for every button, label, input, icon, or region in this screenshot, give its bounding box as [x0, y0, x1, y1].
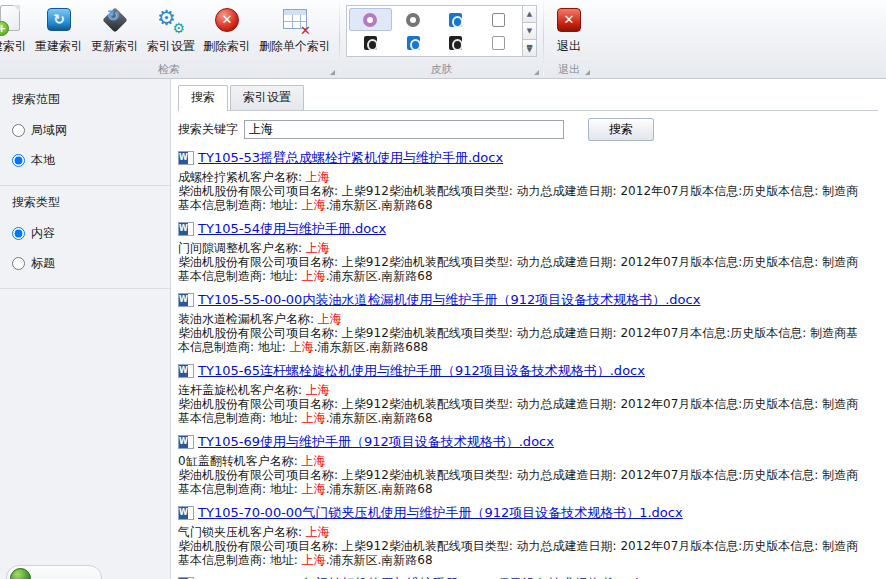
ribbon-separator	[543, 2, 544, 76]
snippet-body: 柴油机股份有限公司项目名称: 上柴912柴油机装配线项目类型: 动力总成建造日期…	[178, 255, 858, 283]
keyword-highlight: 上海	[302, 482, 326, 496]
snippet-address: .浦东新区.南新路68	[326, 198, 433, 212]
search-input[interactable]	[244, 120, 564, 139]
word-doc-icon: W	[178, 364, 194, 378]
search-button[interactable]: 搜索	[588, 118, 654, 141]
skin-group-caption: 皮肤	[341, 61, 542, 78]
result-link[interactable]: TY105-53摇臂总成螺栓拧紧机使用与维护手册.docx	[198, 149, 503, 167]
result-link[interactable]: TY105-55-00-00内装油水道检漏机使用与维护手册（912项目设备技术规…	[198, 291, 700, 309]
tab-bar: 搜索 索引设置	[178, 85, 886, 110]
taskbar-peek-button[interactable]	[6, 565, 102, 579]
skin-option-colorful-ring[interactable]	[349, 8, 392, 31]
ribbon: + 建索引 ↻ 重建索引 ↻ 更新索引 ⚙⚙ 索引设置 ✕ 删除索引 ✕ 删除单…	[0, 0, 886, 79]
skin-option-black-clock[interactable]	[349, 31, 392, 54]
skin-thumbnail-icon	[406, 13, 420, 27]
skin-option-blue[interactable]	[392, 31, 435, 54]
update-index-button[interactable]: ↻ 更新索引	[87, 2, 143, 57]
search-result: W TY105-71-00-00气门拍打机使用与维护手册（912项目设备技术规格…	[178, 575, 878, 579]
local-radio[interactable]	[12, 154, 25, 167]
delete-single-index-icon: ✕	[278, 4, 312, 36]
dialog-launcher-icon[interactable]	[330, 70, 335, 75]
new-index-label: 建索引	[0, 38, 27, 55]
search-row: 搜索关键字 搜索	[178, 118, 878, 141]
snippet-address: .浦东新区.南新路68	[326, 482, 433, 496]
skin-option-gray-ring[interactable]	[392, 8, 435, 31]
delete-index-label: 删除索引	[203, 38, 251, 55]
index-settings-icon: ⚙⚙	[154, 4, 188, 36]
rebuild-index-button[interactable]: ↻ 重建索引	[31, 2, 87, 57]
ribbon-group-index: + 建索引 ↻ 重建索引 ↻ 更新索引 ⚙⚙ 索引设置 ✕ 删除索引 ✕ 删除单…	[0, 0, 338, 78]
new-index-button[interactable]: + 建索引	[0, 2, 31, 57]
scope-option-local[interactable]: 本地	[12, 152, 158, 169]
lan-label: 局域网	[31, 122, 67, 139]
type-option-title[interactable]: 标题	[12, 255, 158, 272]
lan-radio[interactable]	[12, 124, 25, 137]
keyword-highlight: 上海	[302, 269, 326, 283]
skin-gallery-arrows: ▲ ▼ ▬▼	[522, 5, 537, 57]
snippet-address: .浦东新区.南新路68	[326, 269, 433, 283]
gallery-dropdown-icon[interactable]: ▬▼	[522, 39, 537, 57]
tab-index-settings[interactable]: 索引设置	[230, 85, 304, 110]
keyword-highlight: 上海	[290, 340, 314, 354]
snippet-body: 柴油机股份有限公司项目名称: 上柴912柴油机装配线项目类型: 动力总成建造日期…	[178, 184, 858, 212]
scope-option-lan[interactable]: 局域网	[12, 122, 158, 139]
result-snippet: 气门锁夹压机客户名称: 上海 柴油机股份有限公司项目名称: 上柴912柴油机装配…	[178, 525, 870, 567]
gallery-scroll-down-icon[interactable]: ▼	[522, 22, 537, 39]
keyword-highlight: 上海	[302, 553, 326, 567]
skin-option-light-clock[interactable]	[477, 8, 520, 31]
delete-index-icon: ✕	[210, 4, 244, 36]
snippet-lead: 装油水道检漏机客户名称:	[178, 312, 318, 326]
keyword-highlight: 上海	[302, 198, 326, 212]
delete-index-button[interactable]: ✕ 删除索引	[199, 2, 255, 57]
keyword-highlight: 上海	[306, 170, 330, 184]
result-link[interactable]: TY105-65连杆螺栓旋松机使用与维护手册（912项目设备技术规格书）.doc…	[198, 362, 645, 380]
result-link[interactable]: TY105-54使用与维护手册.docx	[198, 220, 386, 238]
tab-search[interactable]: 搜索	[178, 85, 228, 111]
app-window: { "app": { "colors": { "link": "#0010d8"…	[0, 0, 886, 579]
exit-group-caption: 退出	[545, 61, 593, 78]
search-result: W TY105-55-00-00内装油水道检漏机使用与维护手册（912项目设备技…	[178, 291, 878, 354]
keyword-highlight: 上海	[318, 312, 342, 326]
main-panel: 搜索 索引设置 搜索关键字 搜索 W TY105-53摇臂总成螺栓拧紧机使用与维…	[171, 79, 886, 579]
ribbon-group-skin: ▲ ▼ ▬▼ 皮肤	[341, 0, 542, 78]
search-keyword-label: 搜索关键字	[178, 121, 238, 138]
result-link[interactable]: TY105-70-00-00气门锁夹压机使用与维护手册（912项目设备技术规格书…	[198, 504, 683, 522]
result-snippet: 0缸盖翻转机客户名称: 上海 柴油机股份有限公司项目名称: 上柴912柴油机装配…	[178, 454, 870, 496]
gallery-scroll-up-icon[interactable]: ▲	[522, 5, 537, 22]
keyword-highlight: 上海	[306, 525, 330, 539]
result-link[interactable]: TY105-69使用与维护手册（912项目设备技术规格书）.docx	[198, 433, 554, 451]
skin-option-black[interactable]	[435, 31, 478, 54]
skin-thumbnail-icon	[492, 36, 505, 50]
index-settings-label: 索引设置	[147, 38, 195, 55]
local-label: 本地	[31, 152, 55, 169]
delete-single-index-label: 删除单个索引	[259, 38, 331, 55]
skin-thumbnail-icon	[407, 36, 420, 50]
dialog-launcher-icon[interactable]	[585, 70, 590, 75]
search-result: W TY105-53摇臂总成螺栓拧紧机使用与维护手册.docx 成螺栓拧紧机客户…	[178, 149, 878, 212]
skin-gallery: ▲ ▼ ▬▼	[346, 5, 537, 57]
type-option-content[interactable]: 内容	[12, 225, 158, 242]
search-result: W TY105-54使用与维护手册.docx 门间隙调整机客户名称: 上海 柴油…	[178, 220, 878, 283]
index-group-caption: 检索	[0, 61, 338, 78]
search-result: W TY105-69使用与维护手册（912项目设备技术规格书）.docx 0缸盖…	[178, 433, 878, 496]
skin-option-gray[interactable]	[477, 31, 520, 54]
snippet-address: .浦东新区.南新路688	[314, 340, 429, 354]
snippet-body: 柴油机股份有限公司项目名称: 上柴912柴油机装配线项目类型: 动力总成建造日期…	[178, 539, 858, 567]
content-radio[interactable]	[12, 227, 25, 240]
exit-label: 退出	[557, 38, 581, 55]
dialog-launcher-icon[interactable]	[534, 70, 539, 75]
title-label: 标题	[31, 255, 55, 272]
snippet-address: .浦东新区.南新路68	[326, 411, 433, 425]
rebuild-index-icon: ↻	[42, 4, 76, 36]
exit-button[interactable]: ✕ 退出	[548, 2, 590, 57]
title-radio[interactable]	[12, 257, 25, 270]
rebuild-index-label: 重建索引	[35, 38, 83, 55]
word-doc-icon: W	[178, 293, 194, 307]
result-link[interactable]: TY105-71-00-00气门拍打机使用与维护手册（912项目设备技术规格书）…	[198, 575, 661, 579]
snippet-address: .浦东新区.南新路68	[326, 553, 433, 567]
snippet-lead: 门间隙调整机客户名称:	[178, 241, 306, 255]
delete-single-index-button[interactable]: ✕ 删除单个索引	[255, 2, 335, 57]
skin-option-blue-clock[interactable]	[435, 8, 478, 31]
index-settings-button[interactable]: ⚙⚙ 索引设置	[143, 2, 199, 57]
word-doc-icon: W	[178, 506, 194, 520]
